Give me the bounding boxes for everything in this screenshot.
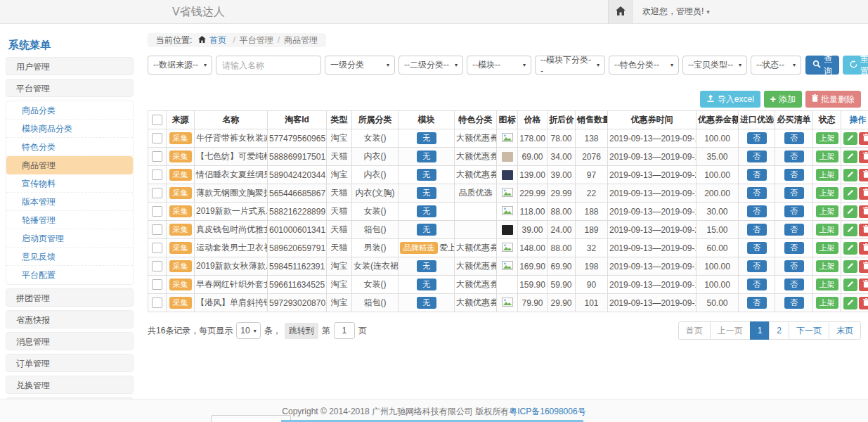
module-badge[interactable]: 品牌精选	[400, 242, 438, 254]
module-badge[interactable]: 无	[417, 151, 436, 162]
edit-button[interactable]	[843, 169, 857, 181]
filter-select[interactable]: 一级分类▾	[325, 56, 395, 75]
status-badge[interactable]: 上架	[816, 205, 838, 217]
must-buy-toggle[interactable]: 否	[784, 224, 804, 236]
sidebar-item[interactable]: 模块商品分类	[6, 120, 133, 138]
import-select-toggle[interactable]: 否	[747, 260, 767, 272]
delete-button[interactable]	[859, 242, 868, 255]
sidebar-item[interactable]: 意见反馈	[6, 248, 133, 266]
must-buy-toggle[interactable]: 否	[784, 151, 804, 162]
import-select-toggle[interactable]: 否	[747, 279, 767, 290]
import-select-toggle[interactable]: 否	[747, 242, 767, 254]
row-checkbox[interactable]	[152, 224, 162, 235]
sidebar-item[interactable]: 省惠快报	[6, 310, 134, 328]
sidebar-item[interactable]: 特色分类	[6, 138, 133, 156]
batch-delete-button[interactable]: 批量删除	[805, 91, 861, 108]
row-checkbox[interactable]	[152, 151, 162, 162]
breadcrumb-item[interactable]: 平台管理	[240, 35, 273, 45]
breadcrumb-item[interactable]: 商品管理	[284, 35, 318, 45]
status-badge[interactable]: 上架	[816, 187, 838, 199]
sidebar-item[interactable]: 轮播管理	[6, 211, 133, 229]
row-checkbox[interactable]	[152, 133, 162, 143]
select-all-checkbox[interactable]	[152, 115, 162, 125]
reset-button[interactable]: 重置	[843, 56, 868, 75]
must-buy-toggle[interactable]: 否	[784, 205, 804, 217]
row-checkbox[interactable]	[152, 188, 162, 198]
sidebar-item[interactable]: 拼团管理	[6, 288, 134, 307]
delete-button[interactable]	[859, 279, 868, 291]
edit-button[interactable]	[843, 151, 857, 163]
sidebar-item[interactable]: 订单管理	[6, 354, 134, 372]
status-badge[interactable]: 上架	[816, 297, 838, 309]
status-badge[interactable]: 上架	[816, 224, 838, 236]
user-menu[interactable]: 欢迎您，管理员!▾	[642, 6, 710, 18]
sidebar-item[interactable]: 用户管理	[6, 57, 134, 75]
sidebar-item[interactable]: 平台管理	[6, 79, 134, 97]
edit-button[interactable]	[843, 297, 857, 309]
import-select-toggle[interactable]: 否	[747, 297, 767, 309]
module-badge[interactable]: 无	[417, 205, 436, 217]
sidebar-item[interactable]: 兑换管理	[6, 376, 134, 394]
must-buy-toggle[interactable]: 否	[784, 187, 804, 199]
delete-button[interactable]	[859, 169, 868, 181]
status-badge[interactable]: 上架	[816, 242, 838, 254]
edit-button[interactable]	[843, 260, 857, 273]
must-buy-toggle[interactable]: 否	[784, 132, 804, 144]
module-badge[interactable]: 无	[417, 132, 436, 144]
delete-button[interactable]	[859, 151, 868, 163]
status-badge[interactable]: 上架	[816, 169, 838, 181]
edit-button[interactable]	[843, 279, 857, 291]
edit-button[interactable]	[843, 132, 857, 145]
icp-link[interactable]: 粤ICP备16098006号	[509, 407, 585, 416]
import-select-toggle[interactable]: 否	[747, 187, 767, 199]
sidebar-item[interactable]: 商品管理	[6, 156, 133, 174]
module-badge[interactable]: 无	[417, 260, 436, 272]
status-badge[interactable]: 上架	[816, 279, 838, 290]
import-select-toggle[interactable]: 否	[747, 132, 767, 144]
filter-select[interactable]: --宝贝类型--▾	[682, 56, 747, 75]
must-buy-toggle[interactable]: 否	[784, 279, 804, 290]
row-checkbox[interactable]	[152, 243, 162, 253]
edit-button[interactable]	[843, 187, 857, 200]
must-buy-toggle[interactable]: 否	[784, 242, 804, 254]
breadcrumb-home-link[interactable]: 首页	[209, 35, 226, 45]
sidebar-item[interactable]: 宣传物料	[6, 174, 133, 193]
import-select-toggle[interactable]: 否	[747, 169, 767, 181]
must-buy-toggle[interactable]: 否	[784, 297, 804, 309]
sidebar-item[interactable]: 商品分类	[6, 101, 133, 120]
edit-button[interactable]	[843, 205, 857, 218]
filter-select[interactable]: --状态--▾	[751, 56, 801, 75]
status-badge[interactable]: 上架	[816, 151, 838, 162]
page-button[interactable]: 末页	[829, 321, 861, 340]
import-select-toggle[interactable]: 否	[747, 151, 767, 162]
module-badge[interactable]: 无	[417, 224, 436, 236]
delete-button[interactable]	[859, 187, 868, 200]
edit-button[interactable]	[843, 224, 857, 236]
sidebar-item[interactable]: 平台配置	[6, 266, 133, 284]
import-excel-button[interactable]: 导入excel	[700, 91, 760, 108]
must-buy-toggle[interactable]: 否	[784, 169, 804, 181]
page-button[interactable]: 下一页	[789, 321, 829, 340]
delete-button[interactable]	[859, 132, 868, 145]
import-select-toggle[interactable]: 否	[747, 224, 767, 236]
module-badge[interactable]: 无	[417, 187, 436, 199]
delete-button[interactable]	[859, 224, 868, 236]
status-badge[interactable]: 上架	[816, 132, 838, 144]
row-checkbox[interactable]	[152, 261, 162, 271]
per-page-select[interactable]: 10 ▾	[236, 322, 260, 339]
filter-select[interactable]: --模块--▾	[467, 56, 531, 75]
row-checkbox[interactable]	[152, 170, 162, 180]
row-checkbox[interactable]	[152, 279, 162, 290]
add-button[interactable]: + 添加	[764, 91, 802, 108]
filter-select[interactable]: --数据来源--▾	[148, 56, 212, 75]
page-button[interactable]: 2	[769, 321, 789, 340]
import-select-toggle[interactable]: 否	[747, 205, 767, 217]
name-search-input[interactable]	[216, 56, 321, 75]
row-checkbox[interactable]	[152, 206, 162, 217]
module-badge[interactable]: 无	[417, 297, 436, 309]
sidebar-item[interactable]: 版本管理	[6, 193, 133, 211]
page-number-input[interactable]	[334, 322, 355, 339]
filter-select[interactable]: --模块下分类--▾	[535, 56, 605, 75]
page-button[interactable]: 1	[750, 321, 770, 340]
sidebar-item[interactable]: 消息管理	[6, 332, 134, 350]
